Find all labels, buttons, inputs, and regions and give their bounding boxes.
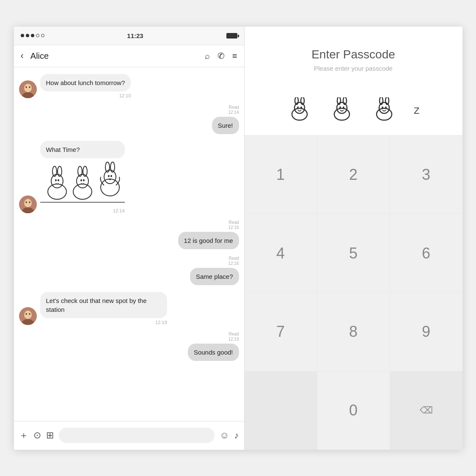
key-5[interactable]: 5 <box>317 214 390 292</box>
svg-point-46 <box>377 108 392 120</box>
passcode-empty-slot: z <box>414 103 420 117</box>
bubble-wrap: How about lunch tomorrow? 12:10 <box>40 74 131 98</box>
chat-panel: 11:23 ‹ Alice ⌕ ✆ ≡ <box>14 27 245 450</box>
svg-point-26 <box>108 175 110 177</box>
read-label: Read12:16 <box>228 256 239 266</box>
keypad: 1 2 3 4 5 6 7 8 9 0 ⌫ <box>245 136 462 450</box>
svg-point-16 <box>73 184 92 199</box>
message-row: Read12:16 Same place? <box>19 256 239 285</box>
svg-point-39 <box>300 106 302 108</box>
avatar <box>19 307 37 325</box>
contact-name: Alice <box>30 51 200 61</box>
signal-dot-4 <box>36 34 39 37</box>
passcode-bunny-3 <box>371 97 397 123</box>
status-bar: 11:23 <box>14 27 244 45</box>
passcode-panel: Enter Passcode Please enter your passcod… <box>245 27 462 450</box>
avatar <box>19 195 37 213</box>
key-6[interactable]: 6 <box>390 214 462 292</box>
passcode-dots-row: z <box>245 85 462 136</box>
svg-point-45 <box>343 106 344 108</box>
menu-icon[interactable]: ≡ <box>232 51 237 61</box>
message-bubble: Sounds good! <box>188 344 239 361</box>
key-2[interactable]: 2 <box>317 136 390 214</box>
key-4[interactable]: 4 <box>245 214 317 292</box>
mic-icon[interactable]: ♪ <box>234 430 239 441</box>
message-time: 12:10 <box>40 93 131 98</box>
delete-key[interactable]: ⌫ <box>390 371 462 450</box>
svg-point-27 <box>110 175 112 177</box>
read-label: Read12:19 <box>228 332 239 342</box>
messages-list: How about lunch tomorrow? 12:10 Read12:1… <box>14 67 244 421</box>
svg-point-3 <box>25 86 27 88</box>
svg-point-22 <box>101 179 119 196</box>
svg-point-8 <box>25 201 27 203</box>
signal-indicator <box>21 34 44 37</box>
message-bubble: Sure! <box>212 117 239 134</box>
back-button[interactable]: ‹ <box>21 50 24 61</box>
key-empty <box>245 371 317 450</box>
signal-dot-5 <box>41 34 44 37</box>
svg-point-1 <box>24 84 32 92</box>
svg-point-50 <box>382 106 383 108</box>
key-7[interactable]: 7 <box>245 293 317 371</box>
svg-point-15 <box>58 179 59 181</box>
phone-icon[interactable]: ✆ <box>217 51 225 61</box>
bubble-wrap: Read12:16 Same place? <box>190 256 239 285</box>
key-8[interactable]: 8 <box>317 293 390 371</box>
camera-icon[interactable]: ⊙ <box>33 430 41 441</box>
bubble-wrap: Read12:14 Sure! <box>212 105 239 134</box>
passcode-title: Enter Passcode <box>311 48 395 61</box>
message-row: How about lunch tomorrow? 12:10 <box>19 74 239 98</box>
key-9[interactable]: 9 <box>390 293 462 371</box>
svg-point-17 <box>77 174 88 188</box>
svg-point-51 <box>385 106 387 108</box>
svg-point-33 <box>29 313 30 315</box>
message-bubble: Same place? <box>190 268 239 285</box>
message-bubble: What Time? <box>40 141 125 158</box>
bubble-wrap: Let's check out that new spot by the sta… <box>40 292 167 325</box>
message-bubble: How about lunch tomorrow? <box>40 74 131 91</box>
svg-point-11 <box>51 174 63 188</box>
message-row: Let's check out that new spot by the sta… <box>19 292 239 325</box>
search-icon[interactable]: ⌕ <box>205 51 210 61</box>
message-bubble: 12 is good for me <box>178 232 239 249</box>
key-3[interactable]: 3 <box>390 136 462 214</box>
image-icon[interactable]: ⊞ <box>46 430 54 441</box>
svg-point-32 <box>25 313 27 315</box>
status-time: 11:23 <box>127 32 143 39</box>
nav-icons: ⌕ ✆ ≡ <box>205 51 237 61</box>
input-bar: ＋ ⊙ ⊞ ☺ ♪ <box>14 421 244 450</box>
svg-point-14 <box>55 179 57 181</box>
emoji-icon[interactable]: ☺ <box>220 430 229 441</box>
sticker-image <box>40 160 125 206</box>
app-container: 11:23 ‹ Alice ⌕ ✆ ≡ <box>14 27 462 450</box>
signal-dot-2 <box>26 34 29 37</box>
svg-point-34 <box>292 108 307 120</box>
message-row: Read12:14 Sure! <box>19 105 239 134</box>
svg-point-6 <box>24 199 32 207</box>
svg-point-10 <box>48 184 66 199</box>
passcode-subtitle: Please enter your passcode <box>314 65 393 72</box>
plus-icon[interactable]: ＋ <box>19 429 28 442</box>
passcode-bunny-1 <box>287 97 312 123</box>
message-row: Read12:16 12 is good for me <box>19 220 239 249</box>
svg-point-40 <box>334 108 349 120</box>
message-bubble: Let's check out that new spot by the sta… <box>40 292 167 318</box>
message-row: Read12:19 Sounds good! <box>19 332 239 361</box>
message-time: 12:19 <box>40 320 167 325</box>
delete-icon: ⌫ <box>420 405 433 416</box>
signal-dot-3 <box>31 34 34 37</box>
svg-point-9 <box>29 201 30 203</box>
key-0[interactable]: 0 <box>317 371 390 450</box>
svg-point-44 <box>339 106 341 108</box>
avatar <box>19 80 37 98</box>
bubble-wrap: Read12:16 12 is good for me <box>178 220 239 249</box>
bubble-wrap: What Time? <box>40 141 125 213</box>
svg-point-21 <box>83 179 85 181</box>
svg-point-30 <box>24 311 32 319</box>
key-1[interactable]: 1 <box>245 136 317 214</box>
message-time: 12:14 <box>40 208 125 213</box>
message-row: What Time? <box>19 141 239 213</box>
message-input[interactable] <box>59 428 215 443</box>
svg-point-23 <box>104 170 116 184</box>
